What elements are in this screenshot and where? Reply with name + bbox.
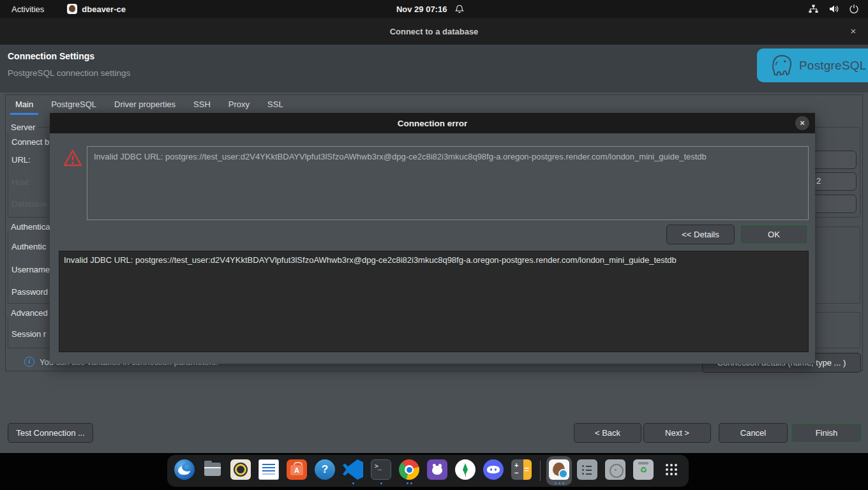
focused-app-menu[interactable]: dbeaver-ce: [67, 4, 126, 14]
dock: [167, 455, 689, 487]
window-close-icon[interactable]: ×: [848, 26, 859, 37]
error-dialog-title: Connection error: [398, 119, 468, 128]
system-status-area[interactable]: [808, 0, 859, 18]
tab-main[interactable]: Main: [6, 96, 42, 115]
test-connection-button[interactable]: Test Connection ...: [8, 423, 93, 443]
error-message-box: Invalid JDBC URL: postgres://test_user:d…: [87, 146, 809, 220]
help-icon: [315, 459, 335, 480]
dock-icon-ubuntu-software[interactable]: [284, 456, 310, 486]
dbeaver-icon: [549, 459, 569, 480]
running-indicator: [340, 482, 366, 484]
dock-icon-trash[interactable]: [631, 456, 656, 486]
trash-icon: [633, 459, 654, 480]
running-indicator: [546, 482, 572, 484]
chrome-icon: [399, 459, 419, 480]
ok-button[interactable]: OK: [740, 225, 808, 244]
volume-icon: [828, 4, 839, 14]
error-dialog-title-bar: Connection error ×: [50, 113, 815, 133]
tab-driver-properties[interactable]: Driver properties: [105, 96, 184, 115]
dock-icon-remote-servers[interactable]: [574, 456, 600, 486]
clock-label: Nov 29 07:16: [396, 4, 447, 14]
power-icon: [849, 4, 859, 14]
activities-button[interactable]: Activities: [11, 4, 44, 14]
page-subtitle: PostgreSQL connection settings: [8, 68, 130, 78]
dock-icon-terminal[interactable]: [368, 456, 394, 486]
dock-icon-mongodb-compass[interactable]: [453, 456, 478, 486]
desktop: Activities dbeaver-ce Nov 29 07:16: [0, 0, 868, 490]
dock-icon-rhythmbox[interactable]: [228, 456, 253, 486]
running-indicator: [368, 482, 394, 484]
form-label-authentic: Authentic: [11, 242, 46, 251]
clock-menu[interactable]: Nov 29 07:16: [396, 4, 464, 14]
postgresql-elephant-icon: [768, 52, 795, 79]
dock-icon-app-grid[interactable]: [659, 456, 684, 486]
connection-error-dialog: Connection error × Invalid JDBC URL: pos…: [50, 113, 815, 364]
warning-icon: [63, 148, 83, 168]
tab-postgresql[interactable]: PostgreSQL: [42, 96, 105, 115]
dock-icon-disks[interactable]: [602, 456, 628, 486]
dock-icon-calculator[interactable]: [509, 456, 534, 486]
form-label-advanced: Advanced: [8, 308, 51, 318]
dock-icon-libreoffice-writer[interactable]: [256, 456, 281, 486]
form-label-host: Host:: [11, 177, 31, 187]
tab-ssl[interactable]: SSL: [258, 96, 292, 115]
dock-icon-thunderbird[interactable]: [172, 456, 197, 486]
port-value-partial: 2: [816, 176, 821, 186]
form-label-connect-b: Connect b: [11, 137, 49, 147]
page-title: Connection Settings: [8, 51, 94, 61]
dock-separator: [540, 461, 541, 481]
back-button[interactable]: < Back: [574, 423, 641, 443]
postgresql-logo: PostgreSQL: [757, 48, 868, 82]
postgresql-logo-text: PostgreSQL: [799, 59, 867, 73]
ubuntu-software-icon: [287, 459, 307, 480]
form-label-authentica: Authentica: [8, 222, 53, 232]
form-label-session-r: Session r: [11, 329, 46, 339]
notification-bell-icon: [454, 4, 463, 14]
libreoffice-writer-icon: [258, 459, 279, 480]
focused-app-name: dbeaver-ce: [82, 4, 126, 14]
remote-servers-icon: [577, 459, 597, 480]
window-title-bar[interactable]: Connect to a database ×: [0, 18, 868, 45]
window-title: Connect to a database: [390, 27, 479, 36]
finish-button[interactable]: Finish: [791, 423, 862, 443]
vscode-icon: [343, 459, 363, 480]
tab-proxy[interactable]: Proxy: [220, 96, 258, 115]
discord-icon: [483, 459, 504, 480]
dock-icon-vscode[interactable]: [340, 456, 366, 486]
terminal-icon: [371, 459, 391, 480]
github-desktop-icon: [427, 459, 447, 480]
system-top-bar: Activities dbeaver-ce Nov 29 07:16: [0, 0, 868, 18]
thunderbird-icon: [174, 459, 195, 480]
info-icon: [24, 357, 34, 367]
rhythmbox-icon: [230, 459, 251, 480]
form-label-password: Password: [11, 287, 48, 297]
files-icon: [202, 459, 223, 480]
form-label-url: URL:: [11, 155, 31, 165]
running-indicator: [396, 482, 422, 484]
form-label-username: Username: [11, 265, 50, 274]
dock-icon-help[interactable]: [312, 456, 338, 486]
form-label-server: Server: [8, 122, 38, 132]
dock-icon-dbeaver[interactable]: [546, 456, 572, 486]
error-details-panel[interactable]: Invalid JDBC URL: postgres://test_user:d…: [59, 251, 809, 352]
details-toggle-button[interactable]: << Details: [666, 225, 735, 244]
dbeaver-app-icon: [67, 4, 77, 14]
tab-ssh[interactable]: SSH: [184, 96, 220, 115]
network-icon: [808, 4, 819, 14]
error-dialog-close-icon[interactable]: ×: [795, 116, 809, 130]
form-label-database: Database: [11, 199, 47, 209]
mongodb-compass-icon: [455, 459, 475, 480]
cancel-button[interactable]: Cancel: [719, 423, 788, 443]
dock-icon-files[interactable]: [200, 456, 225, 486]
dock-icon-github-desktop[interactable]: [424, 456, 450, 486]
disks-icon: [605, 459, 625, 480]
calculator-icon: [511, 459, 532, 480]
dock-icon-discord[interactable]: [481, 456, 506, 486]
tab-bar: MainPostgreSQLDriver propertiesSSHProxyS…: [6, 96, 292, 115]
app-grid-icon: [661, 459, 682, 480]
wizard-header: Connection Settings PostgreSQL connectio…: [0, 45, 868, 93]
dock-icon-chrome[interactable]: [396, 456, 422, 486]
next-button[interactable]: Next >: [643, 423, 711, 443]
